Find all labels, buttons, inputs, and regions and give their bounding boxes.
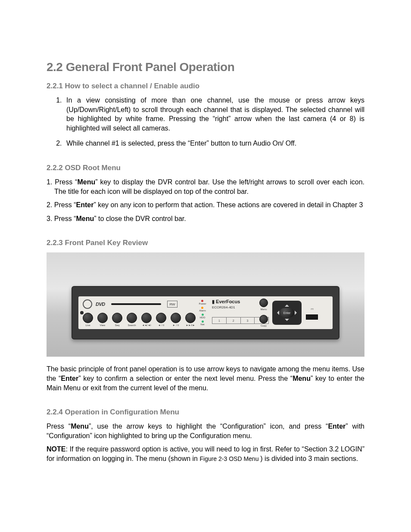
dvd-section: DVD RW Live View Seq Search ◄◄/◄I ◄ / II…: [83, 299, 177, 327]
document-page: 2.2 General Front Panel Operation 2.2.1 …: [0, 0, 411, 494]
keyword-menu: Menu: [71, 423, 89, 430]
dpad[interactable]: Enter: [272, 301, 302, 325]
rewind-button[interactable]: [141, 313, 152, 323]
enter-button[interactable]: Enter: [280, 308, 294, 317]
arrow-right-icon[interactable]: [295, 311, 299, 315]
arrow-down-icon[interactable]: [285, 319, 289, 323]
usb-icon: ⎓: [311, 306, 314, 312]
device-chassis: DVD RW Live View Seq Search ◄◄/◄I ◄ / II…: [72, 286, 339, 339]
paragraph: NOTE: If the require password option is …: [47, 445, 364, 463]
paragraph: 2. Press “Enter” key on any icon to perf…: [47, 200, 364, 210]
brand-logo: ▮ EverFocus: [212, 299, 264, 305]
keyword-menu: Menu: [293, 375, 311, 382]
disc-slot: [111, 303, 161, 305]
text: 1. Press “: [47, 178, 77, 186]
paragraph: 3. Press “Menu” to close the DVR control…: [47, 214, 364, 224]
list-item: While channel #1 is selected, press the …: [64, 139, 364, 148]
disc-icon: [83, 299, 92, 309]
text: ) is divided into 3 main sections.: [260, 455, 358, 462]
button-label: ◄◄/◄I: [142, 324, 151, 327]
heading-224: 2.2.4 Operation in Configuration Menu: [47, 408, 364, 417]
arrow-left-icon[interactable]: [275, 311, 279, 315]
channel-cell: 1: [212, 317, 227, 324]
heading-223: 2.2.3 Front Panel Key Review: [47, 239, 364, 247]
button-label: ► / II: [173, 324, 179, 327]
alarm-led-icon: [201, 307, 203, 309]
copy-button[interactable]: [259, 315, 268, 324]
button-label: Copy: [261, 324, 267, 327]
led-label: Net: [200, 323, 204, 326]
led-label: Alarm: [199, 309, 206, 312]
list-221: In a view consisting of more than one ch…: [64, 96, 364, 148]
keyword-enter: Enter: [76, 201, 93, 208]
text: ” to close the DVR control bar.: [94, 215, 186, 222]
figure-reference: Figure 2-3 OSD Menu: [199, 455, 260, 462]
usb-port[interactable]: [306, 314, 318, 320]
button-label: Seq: [115, 324, 120, 327]
seq-button[interactable]: [112, 313, 122, 323]
heading-222: 2.2.2 OSD Root Menu: [47, 164, 364, 172]
view-button[interactable]: [97, 313, 108, 323]
keyword-menu: Menu: [76, 215, 94, 222]
button-label: Menu: [260, 308, 267, 311]
rw-badge: RW: [167, 301, 177, 308]
text: 3. Press “: [47, 215, 76, 222]
list-item: In a view consisting of more than one ch…: [64, 96, 364, 133]
brand-block: ▮ EverFocus ECOR264-4D1: [212, 299, 264, 309]
dvd-label: DVD: [96, 302, 105, 307]
led-column: Power Alarm HDD Net: [194, 299, 211, 327]
heading-221: 2.2.1 How to select a channel / Enable a…: [47, 82, 364, 90]
net-led-icon: [202, 320, 204, 323]
keyword-enter: Enter: [328, 423, 346, 430]
note-label: NOTE: [47, 445, 65, 453]
text: ” key to confirm a selection or enter th…: [78, 375, 293, 382]
led-label: Power: [199, 302, 206, 305]
section-title: 2.2 General Front Panel Operation: [47, 60, 364, 74]
menu-button[interactable]: [259, 299, 268, 307]
text: ” key to display the DVR control bar. Us…: [54, 178, 364, 195]
search-button[interactable]: [127, 313, 137, 323]
hdd-led-icon: [202, 314, 204, 316]
paragraph: Press “Menu”, use the arrow keys to high…: [47, 422, 364, 440]
live-button[interactable]: [83, 313, 93, 323]
keyword-enter: Enter: [61, 375, 78, 382]
power-led-icon: [201, 300, 203, 302]
paragraph: The basic principle of front panel opera…: [47, 364, 364, 392]
button-label: Live: [85, 324, 90, 327]
device-figure: DVD RW Live View Seq Search ◄◄/◄I ◄ / II…: [47, 252, 364, 357]
button-label: ◄ / II: [158, 324, 164, 327]
text: 2. Press “: [47, 201, 76, 208]
paragraph: 1. Press “Menu” key to display the DVR c…: [47, 177, 364, 196]
device-faceplate: DVD RW Live View Seq Search ◄◄/◄I ◄ / II…: [78, 296, 333, 329]
button-label: View: [100, 324, 106, 327]
playback-fwd-button[interactable]: [171, 313, 181, 323]
keyword-menu: Menu: [77, 178, 95, 186]
text: ” key on any icon to perform that action…: [93, 201, 363, 208]
playback-rev-button[interactable]: [156, 313, 166, 323]
front-button-row: Live View Seq Search ◄◄/◄I ◄ / II ► / II…: [83, 313, 177, 327]
channel-cell: 3: [241, 317, 255, 324]
right-control-group: Menu Copy Enter ⎓: [259, 299, 328, 327]
button-label: Search: [128, 324, 136, 327]
model-label: ECOR264-4D1: [212, 305, 264, 309]
channel-cell: 2: [227, 317, 241, 324]
arrow-up-icon[interactable]: [285, 302, 289, 307]
led-label: HDD: [200, 316, 206, 319]
text: Press “: [47, 423, 71, 430]
text: ”, use the arrow keys to highlight the “…: [89, 423, 328, 430]
